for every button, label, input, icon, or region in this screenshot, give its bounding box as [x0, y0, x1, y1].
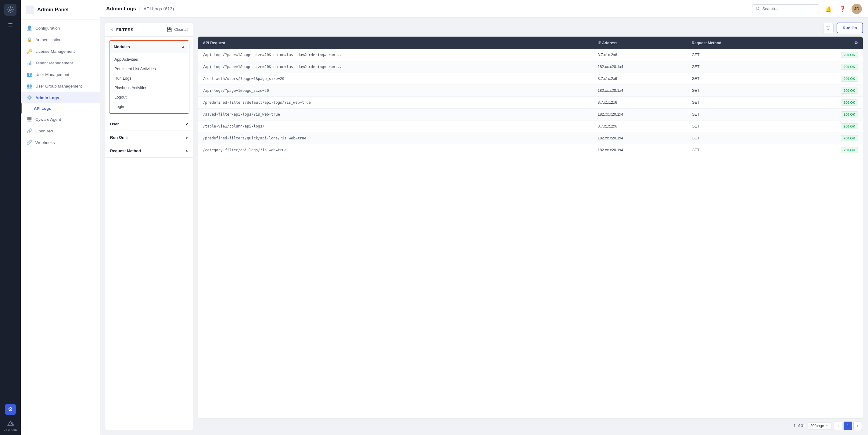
bell-button[interactable]: 🔔	[824, 4, 833, 14]
per-page-chevron-icon: ⌃	[825, 424, 829, 428]
dark-sidebar-bottom: ⚙ CYWARE	[3, 404, 17, 431]
table-area: Run On API Request IP Address Request Me…	[198, 23, 863, 430]
sidebar-item-user[interactable]: 👥 User Management	[21, 69, 100, 80]
filter-item-playbook-activities[interactable]: Playbook Activities	[110, 83, 189, 92]
pagination: 1 of 31 20/page ⌃ ‹ 1 ›	[198, 418, 863, 430]
app-logo[interactable]	[4, 4, 17, 16]
sidebar-sub-label-apilogs: API Logs	[34, 106, 51, 111]
table-row[interactable]: /predefined-filters/default/api-logs/?is…	[198, 97, 863, 108]
cell-method: GET	[687, 61, 792, 73]
sort-button[interactable]	[823, 23, 834, 33]
breadcrumb-sub: API Logs (613)	[143, 6, 174, 11]
sort-icon	[826, 26, 831, 31]
search-icon	[756, 7, 760, 11]
col-api-request: API Request	[198, 37, 593, 49]
search-box[interactable]	[752, 4, 819, 13]
modules-label: Modules	[114, 44, 130, 49]
back-button[interactable]: ←	[26, 5, 34, 14]
sidebar-item-label-usergroup: User Group Management	[35, 84, 82, 89]
cell-ip: 182.xx.x20.1x4	[593, 144, 686, 156]
cell-method: GET	[687, 73, 792, 85]
sidebar-item-cywareagent[interactable]: 🖥️ Cyware Agent	[21, 114, 100, 125]
help-button[interactable]: ❓	[837, 4, 847, 14]
api-logs-table: API Request IP Address Request Method ⚙ …	[198, 37, 863, 156]
table-row[interactable]: /api-logs/?page=1&page_size=20&run_on=la…	[198, 61, 863, 73]
filter-clear-button[interactable]: Clear all	[174, 27, 188, 32]
cell-status: 200 OK	[792, 97, 863, 108]
user-filter-section: User ∨	[105, 118, 193, 131]
sidebar-item-webhooks[interactable]: 🔗 Webhooks	[21, 137, 100, 148]
modules-filter-box: Modules ∧ App Activities Persistent List…	[109, 40, 189, 114]
table-row[interactable]: /predefined-filters/quick/api-logs/?is_w…	[198, 132, 863, 144]
sidebar-title: Admin Panel	[37, 7, 69, 13]
sidebar-item-label-user: User Management	[35, 72, 69, 77]
col-request-method: Request Method	[687, 37, 792, 49]
filter-item-app-activities[interactable]: App Activities	[110, 55, 189, 64]
sidebar-item-tenant[interactable]: 📊 Tenant Management	[21, 57, 100, 69]
main-content: Admin Logs | API Logs (613) 🔔 ❓ JD	[100, 0, 868, 435]
menu-icon[interactable]: ☰	[8, 22, 13, 29]
sidebar-item-usergroup[interactable]: 👥 User Group Management	[21, 80, 100, 92]
cell-ip: 182.xx.x20.1x4	[593, 85, 686, 97]
sidebar-sub-item-apilogs[interactable]: API Logs	[21, 103, 100, 114]
authentication-icon: 🔒	[27, 37, 32, 42]
run-on-filter-section: Run On ℹ ∨	[105, 131, 193, 144]
cell-method: GET	[687, 132, 792, 144]
adminlogs-icon: ⚙️	[27, 95, 32, 100]
sidebar-item-openapi[interactable]: 🔗 Open API	[21, 125, 100, 137]
filter-item-logout[interactable]: Logout	[110, 92, 189, 102]
cell-request: /predefined-filters/quick/api-logs/?is_w…	[198, 132, 593, 144]
run-on-button[interactable]: Run On	[837, 23, 863, 33]
per-page-selector[interactable]: 20/page ⌃	[808, 422, 831, 430]
user-label: User	[110, 122, 119, 126]
filter-item-persistent-list[interactable]: Persistent List Activities	[110, 64, 189, 73]
filter-save-icon[interactable]: 💾	[166, 27, 172, 32]
modules-chevron-icon: ∧	[182, 45, 185, 49]
cell-ip: 3.7.x1x.2x6	[593, 49, 686, 61]
sidebar-item-configuration[interactable]: 👤 Configuration	[21, 22, 100, 34]
cell-method: GET	[687, 85, 792, 97]
cywareagent-icon: 🖥️	[27, 117, 32, 122]
cyware-label: CYWARE	[3, 428, 17, 431]
search-input[interactable]	[763, 6, 815, 11]
prev-page-button[interactable]: ‹	[834, 422, 842, 430]
sidebar-item-authentication[interactable]: 🔒 Authentication	[21, 34, 100, 45]
avatar[interactable]: JD	[851, 4, 862, 14]
filter-close-button[interactable]: ✕	[110, 27, 114, 32]
top-bar-actions: 🔔 ❓ JD	[752, 4, 862, 14]
sidebar-item-adminlogs[interactable]: ⚙️ Admin Logs	[21, 92, 100, 103]
openapi-icon: 🔗	[27, 128, 32, 134]
cell-request: /category-filter/api-logs/?is_web=true	[198, 144, 593, 156]
filter-item-run-logs[interactable]: Run Logs	[110, 73, 189, 83]
filter-item-login[interactable]: Login	[110, 102, 189, 111]
table-row[interactable]: /api-logs/?page=1&page_size=20&run_on=la…	[198, 49, 863, 61]
page-1-button[interactable]: 1	[844, 422, 852, 430]
table-gear-icon[interactable]: ⚙	[854, 41, 858, 45]
table-row[interactable]: /rest-auth/users/?page=1&page_size=20 3.…	[198, 73, 863, 85]
cell-ip: 182.xx.x20.1x4	[593, 61, 686, 73]
cell-status: 200 OK	[792, 108, 863, 121]
request-method-header[interactable]: Request Method ∧	[105, 144, 193, 157]
table-row[interactable]: /category-filter/api-logs/?is_web=true 1…	[198, 144, 863, 156]
sidebar-nav: 👤 Configuration 🔒 Authentication 🔑 Licen…	[21, 20, 100, 435]
sidebar-item-license[interactable]: 🔑 License Management	[21, 45, 100, 57]
table-row[interactable]: /saved-filter/api-logs/?is_web=true 182.…	[198, 108, 863, 121]
dark-sidebar: ☰ ⚙ CYWARE	[0, 0, 21, 435]
avatar-initials: JD	[854, 6, 860, 11]
cell-request: /table-view/column/api-logs/	[198, 121, 593, 132]
page-nav: ‹ 1 ›	[834, 422, 862, 430]
breadcrumb-main: Admin Logs	[106, 6, 136, 12]
table-row[interactable]: /table-view/column/api-logs/ 3.7.x1x.2x6…	[198, 121, 863, 132]
request-method-filter-section: Request Method ∧	[105, 144, 193, 158]
next-page-button[interactable]: ›	[854, 422, 862, 430]
sidebar-item-label-cywareagent: Cyware Agent	[35, 117, 61, 122]
table-row[interactable]: /api-logs/?page=1&page_size=20 182.xx.x2…	[198, 85, 863, 97]
settings-nav-icon[interactable]: ⚙	[5, 404, 16, 415]
table-wrapper: API Request IP Address Request Method ⚙ …	[198, 36, 863, 418]
user-section-header[interactable]: User ∨	[105, 118, 193, 130]
license-icon: 🔑	[27, 49, 32, 54]
cell-ip: 3.7.x1x.2x6	[593, 121, 686, 132]
cell-method: GET	[687, 97, 792, 108]
run-on-section-header[interactable]: Run On ℹ ∨	[105, 131, 193, 144]
modules-section-header[interactable]: Modules ∧	[110, 41, 189, 53]
